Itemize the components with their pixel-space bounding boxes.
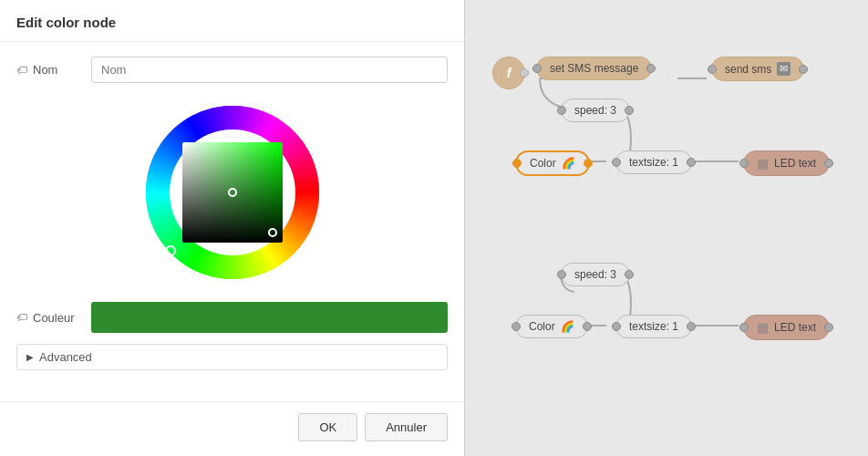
function-node[interactable]: f [492,57,525,89]
node-graph-panel: f set SMS message send sms ✉ speed: 3 Co… [465,0,868,456]
edit-color-dialog: Edit color node 🏷 Nom [0,0,465,456]
color-picker-area[interactable] [16,94,448,291]
textsize2-node[interactable]: textsize: 1 [615,315,692,338]
dialog-body: 🏷 Nom [0,42,464,401]
led1-node[interactable]: ▦ LED text [743,150,830,176]
speed1-node[interactable]: speed: 3 [561,98,630,122]
color-square[interactable] [182,142,283,243]
led2-port-left [739,323,749,332]
speed1-label: speed: 3 [574,104,616,117]
send-sms-port-right [799,65,808,74]
send-sms-port-left [708,65,717,74]
send-sms-label: send sms [725,63,771,76]
speed2-label: speed: 3 [574,268,616,281]
speed1-port-left [557,106,566,115]
ok-button[interactable]: OK [298,413,357,441]
led2-port-right [824,323,833,332]
color1-port-right [584,159,593,168]
color-wheel-wrapper[interactable] [141,101,324,284]
led2-node[interactable]: ▦ LED text [743,315,830,340]
couleur-label-text: Couleur [33,311,75,325]
tag-icon: 🏷 [16,64,27,77]
speed2-node[interactable]: speed: 3 [561,263,630,286]
speed2-port-right [625,270,634,279]
nom-row: 🏷 Nom [16,57,448,83]
color1-icon: 🌈 [562,157,575,170]
textsize1-port-left [612,158,621,167]
color2-port-left [512,322,521,331]
led2-label: LED text [774,321,816,334]
advanced-label: Advanced [39,350,92,364]
dialog-title: Edit color node [0,0,464,42]
set-sms-label: set SMS message [550,62,638,75]
sms-icon: ✉ [777,62,790,76]
cancel-button[interactable]: Annuler [365,413,448,441]
speed2-port-left [557,270,566,279]
textsize2-port-right [687,322,696,331]
color2-icon: 🌈 [561,320,574,333]
color-swatch[interactable] [91,302,448,333]
textsize1-port-right [687,158,696,167]
led1-port-right [824,159,833,168]
led2-icon: ▦ [757,320,769,335]
color2-port-right [583,322,592,331]
couleur-row: 🏷 Couleur [16,302,448,333]
advanced-section[interactable]: ▶ Advanced [16,344,448,370]
send-sms-node[interactable]: send sms ✉ [711,57,804,81]
speed1-port-right [625,106,634,115]
color2-node[interactable]: Color 🌈 [515,315,588,338]
color1-port-left [512,159,522,168]
dialog-footer: OK Annuler [0,401,464,456]
color1-label: Color [530,157,556,170]
color1-node[interactable]: Color 🌈 [515,150,590,176]
textsize1-label: textsize: 1 [629,156,678,169]
textsize2-port-left [612,322,621,331]
sv-canvas[interactable] [182,142,283,243]
led1-icon: ▦ [757,156,769,171]
nom-label-text: Nom [33,63,57,77]
textsize1-node[interactable]: textsize: 1 [615,150,692,174]
nom-label: 🏷 Nom [16,63,80,77]
set-sms-port-right [646,64,656,73]
textsize2-label: textsize: 1 [629,320,678,333]
tag-icon-2: 🏷 [16,311,27,324]
nom-input[interactable] [91,57,448,83]
led1-label: LED text [774,157,816,170]
advanced-arrow-icon: ▶ [26,352,34,362]
couleur-label: 🏷 Couleur [16,311,80,325]
f-port-right [520,68,529,78]
set-sms-port-left [532,64,542,73]
function-icon: f [507,66,512,80]
set-sms-node[interactable]: set SMS message [536,57,652,80]
led1-port-left [739,159,749,168]
color2-label: Color [529,320,555,333]
